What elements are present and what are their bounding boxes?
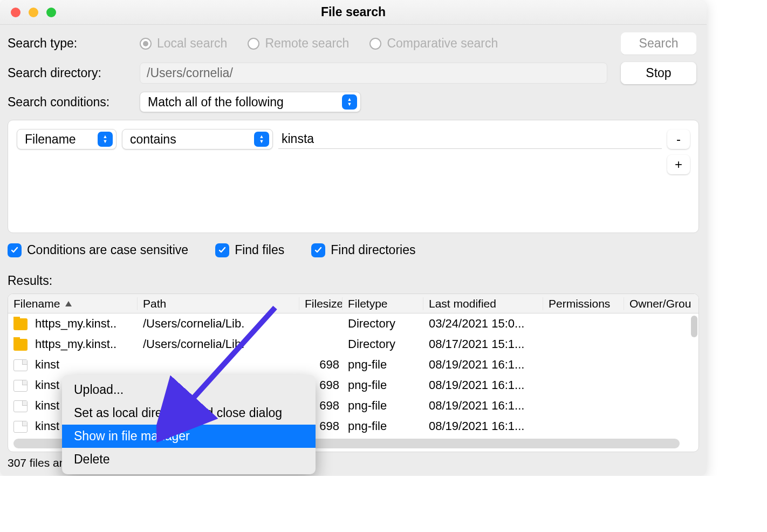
radio-icon: [140, 38, 152, 50]
radio-comparative-search[interactable]: Comparative search: [369, 36, 498, 51]
traffic-lights: [11, 8, 56, 17]
col-filename[interactable]: Filename: [8, 297, 138, 310]
col-lastmodified[interactable]: Last modified: [423, 297, 543, 310]
file-search-window: File search Search type: Local search Re…: [0, 0, 707, 476]
search-conditions-label: Search conditions:: [8, 95, 129, 110]
file-icon: [13, 421, 28, 433]
chevrons-icon: [98, 132, 113, 147]
case-sensitive-checkbox[interactable]: Conditions are case sensitive: [8, 243, 188, 257]
context-menu: Upload... Set as local directory and clo…: [62, 375, 316, 474]
search-type-label: Search type:: [8, 36, 129, 51]
radio-label: Local search: [157, 36, 227, 51]
search-directory-input[interactable]: /Users/cornelia/: [140, 63, 607, 84]
radio-remote-search[interactable]: Remote search: [248, 36, 349, 51]
select-value: contains: [130, 132, 176, 147]
window-title: File search: [0, 5, 707, 19]
table-row[interactable]: https_my.kinst../Users/cornelia/Lib.Dire…: [8, 313, 698, 334]
menu-delete[interactable]: Delete: [62, 448, 316, 471]
file-icon: [13, 359, 28, 371]
chevrons-icon: [342, 94, 357, 110]
menu-show-in-file-manager[interactable]: Show in file manager: [62, 425, 316, 448]
check-label: Find directories: [331, 243, 415, 257]
table-header: Filename Path Filesize Filetype Last mod…: [8, 294, 698, 313]
col-filetype[interactable]: Filetype: [343, 297, 423, 310]
match-mode-select[interactable]: Match all of the following: [140, 92, 361, 112]
remove-condition-button[interactable]: -: [667, 129, 690, 149]
col-filesize[interactable]: Filesize: [299, 297, 343, 310]
stop-button[interactable]: Stop: [621, 62, 696, 84]
select-value: Match all of the following: [148, 95, 284, 110]
radio-local-search[interactable]: Local search: [140, 36, 227, 51]
radio-label: Comparative search: [387, 36, 498, 51]
folder-icon: [13, 339, 28, 351]
select-value: Filename: [25, 132, 76, 147]
checkmark-icon: [8, 243, 22, 257]
check-label: Conditions are case sensitive: [27, 243, 188, 257]
zoom-icon[interactable]: [46, 8, 56, 17]
radio-icon: [369, 38, 381, 50]
search-directory-label: Search directory:: [8, 66, 129, 80]
radio-label: Remote search: [265, 36, 349, 51]
radio-icon: [248, 38, 259, 50]
menu-upload[interactable]: Upload...: [62, 378, 316, 401]
check-label: Find files: [235, 243, 284, 257]
file-icon: [13, 380, 28, 392]
chevrons-icon: [254, 132, 269, 147]
table-row[interactable]: https_my.kinst../Users/cornelia/Lib.Dire…: [8, 334, 698, 354]
condition-operator-select[interactable]: contains: [122, 129, 273, 149]
checkmark-icon: [215, 243, 229, 257]
col-permissions[interactable]: Permissions: [543, 297, 624, 310]
conditions-box: Filename contains - +: [8, 120, 699, 233]
results-label: Results:: [8, 274, 699, 288]
file-icon: [13, 400, 28, 412]
find-directories-checkbox[interactable]: Find directories: [311, 243, 415, 257]
condition-value-input[interactable]: [278, 129, 662, 149]
find-files-checkbox[interactable]: Find files: [215, 243, 284, 257]
checkmark-icon: [311, 243, 325, 257]
search-button[interactable]: Search: [621, 32, 696, 54]
condition-field-select[interactable]: Filename: [17, 129, 117, 149]
titlebar: File search: [0, 0, 707, 25]
menu-set-local[interactable]: Set as local directory and close dialog: [62, 401, 316, 425]
minimize-icon[interactable]: [29, 8, 38, 17]
table-row[interactable]: kinst698png-file08/19/2021 16:1...: [8, 354, 698, 375]
vertical-scrollbar[interactable]: [691, 316, 697, 337]
col-path[interactable]: Path: [138, 297, 299, 310]
folder-icon: [13, 318, 28, 330]
col-owner[interactable]: Owner/Grou: [624, 297, 694, 310]
close-icon[interactable]: [11, 8, 20, 17]
add-condition-button[interactable]: +: [667, 155, 690, 174]
